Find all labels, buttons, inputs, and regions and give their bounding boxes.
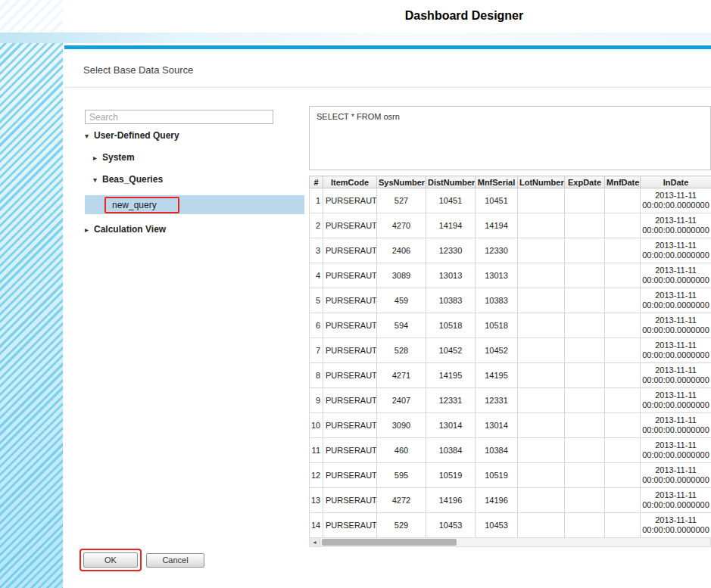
table-cell: 10519 [476,463,518,488]
search-input[interactable] [85,110,273,124]
app-header: Dashboard Designer [0,0,711,33]
table-cell [565,363,605,388]
table-cell: 2407 [377,388,426,413]
table-row[interactable]: 4PURSERAUTO308913013130132013-11-11 00:0… [310,263,711,288]
table-cell: PURSERAUTO [323,413,377,438]
table-cell [565,413,605,438]
table-row[interactable]: 13PURSERAUTO427214196141962013-11-11 00:… [310,488,711,513]
table-cell: 12330 [426,238,476,263]
table-cell: 10452 [476,338,518,363]
table-cell [518,413,565,438]
column-header: # [310,176,323,188]
table-cell: 595 [377,463,426,488]
header-band [0,33,711,43]
chevron-right-icon[interactable]: ▸ [85,226,94,234]
table-cell: 1 [310,188,323,213]
table-cell: 14194 [476,213,518,238]
tree-item-calculation-view[interactable]: ▸Calculation View [85,223,304,235]
table-cell: 10453 [426,513,476,538]
table-row[interactable]: 1PURSERAUTO52710451104512013-11-11 00:00… [310,188,711,213]
tree-item-user-defined-query[interactable]: ▾User-Defined Query [85,129,304,142]
table-row[interactable]: 9PURSERAUTO240712331123312013-11-11 00:0… [310,388,711,413]
ok-button[interactable]: OK [83,552,138,568]
table-cell: 13 [310,488,323,513]
table-row[interactable]: 5PURSERAUTO45910383103832013-11-11 00:00… [310,288,711,313]
table-cell: PURSERAUTO [323,488,377,513]
scrollbar-left-arrow-icon[interactable]: ◄ [310,538,320,546]
sql-preview[interactable]: SELECT * FROM osrn [309,106,711,170]
table-cell: 529 [377,513,426,538]
table-cell [605,213,641,238]
tree-item-beas-queries[interactable]: ▾Beas_Queries [85,173,304,185]
table-cell [605,188,641,213]
column-header: ItemCode [323,176,377,188]
table-row[interactable]: 11PURSERAUTO46010384103842013-11-11 00:0… [310,438,711,463]
horizontal-scrollbar[interactable]: ◄ [309,537,711,547]
table-row[interactable]: 8PURSERAUTO427114195141952013-11-11 00:0… [310,363,711,388]
table-row[interactable]: 2PURSERAUTO427014194141942013-11-11 00:0… [310,213,711,238]
table-cell [605,488,641,513]
table-cell: 6 [310,313,323,338]
table-cell [605,313,641,338]
table-cell: 4 [310,263,323,288]
tree-item-label: User-Defined Query [94,130,179,141]
divider [64,87,711,88]
table-cell: 2013-11-11 00:00:00.0000000 [641,313,711,338]
table-cell: 10383 [476,288,518,313]
table-cell [565,513,605,538]
table-row[interactable]: 7PURSERAUTO52810452104522013-11-11 00:00… [310,338,711,363]
table-cell [518,363,565,388]
table-cell: 2013-11-11 00:00:00.0000000 [641,263,711,288]
dialog-title: Select Base Data Source [83,64,193,76]
table-cell [518,188,565,213]
tree-item-system[interactable]: ▸System [85,151,304,163]
table-cell: 3089 [377,263,426,288]
dialog-footer: OK Cancel [80,549,204,571]
table-cell [518,338,565,363]
table-cell [565,463,605,488]
table-cell: 4271 [377,363,426,388]
data-preview-table-wrap: #ItemCodeSysNumberDistNumberMnfSerialLot… [309,176,711,538]
table-cell [565,388,605,413]
table-cell [605,238,641,263]
table-cell [605,513,641,538]
cancel-button[interactable]: Cancel [146,553,204,568]
table-cell [565,338,605,363]
table-cell [565,438,605,463]
table-cell [518,288,565,313]
table-cell: 10452 [426,338,476,363]
table-cell: PURSERAUTO [323,438,377,463]
table-cell: 2 [310,213,323,238]
table-cell: 14 [310,513,323,538]
app-title: Dashboard Designer [405,9,523,23]
table-cell [518,513,565,538]
table-cell: 2013-11-11 00:00:00.0000000 [641,513,711,538]
table-cell: 2013-11-11 00:00:00.0000000 [641,438,711,463]
scrollbar-thumb[interactable] [322,539,457,546]
table-cell [565,313,605,338]
tree-item-new-query[interactable]: new_query [85,195,304,214]
table-cell: 14195 [426,363,476,388]
table-cell: 12331 [426,388,476,413]
table-row[interactable]: 14PURSERAUTO52910453104532013-11-11 00:0… [310,513,711,538]
chevron-down-icon[interactable]: ▾ [93,176,102,184]
column-header: MnfDate [605,176,641,188]
chevron-down-icon[interactable]: ▾ [85,132,94,140]
table-cell: PURSERAUTO [323,288,377,313]
table-cell [605,288,641,313]
table-cell [565,238,605,263]
table-row[interactable]: 3PURSERAUTO240612330123302013-11-11 00:0… [310,238,711,263]
table-cell [605,263,641,288]
table-row[interactable]: 12PURSERAUTO59510519105192013-11-11 00:0… [310,463,711,488]
table-cell: 10519 [426,463,476,488]
table-cell: 4270 [377,213,426,238]
table-row[interactable]: 6PURSERAUTO59410518105182013-11-11 00:00… [310,313,711,338]
table-cell: 10383 [426,288,476,313]
table-row[interactable]: 10PURSERAUTO309013014130142013-11-11 00:… [310,413,711,438]
table-cell: 2013-11-11 00:00:00.0000000 [641,238,711,263]
chevron-right-icon[interactable]: ▸ [93,154,102,162]
table-cell [605,463,641,488]
table-cell: 10451 [476,188,518,213]
table-cell: 14196 [426,488,476,513]
table-cell: PURSERAUTO [323,388,377,413]
